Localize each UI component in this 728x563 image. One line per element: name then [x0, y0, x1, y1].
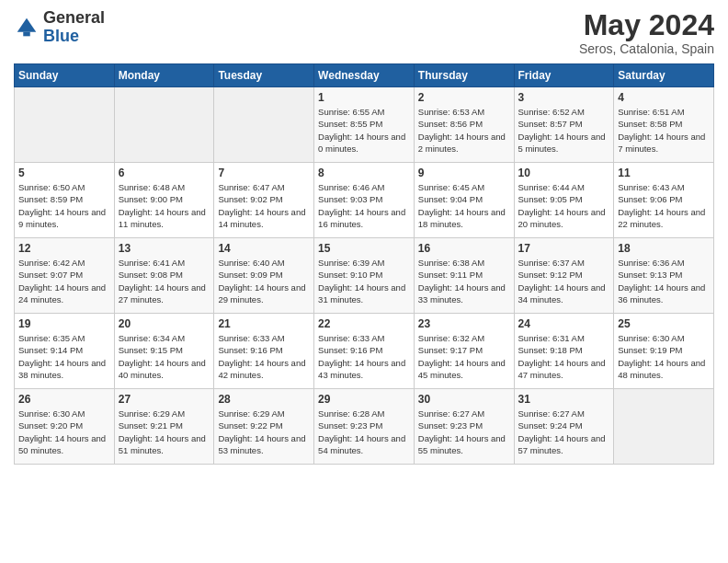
day-number: 6 [119, 167, 210, 179]
logo-icon [14, 15, 40, 40]
day-number: 20 [119, 317, 210, 330]
day-info: Sunrise: 6:34 AMSunset: 9:15 PMDaylight:… [119, 332, 210, 381]
svg-rect-1 [23, 31, 29, 36]
day-info: Sunrise: 6:55 AMSunset: 8:55 PMDaylight:… [318, 106, 410, 155]
day-number: 1 [318, 91, 410, 104]
calendar-cell: 14Sunrise: 6:40 AMSunset: 9:09 PMDayligh… [214, 238, 314, 314]
calendar-cell: 19Sunrise: 6:35 AMSunset: 9:14 PMDayligh… [15, 314, 115, 389]
col-saturday: Saturday [614, 64, 714, 87]
calendar-cell: 13Sunrise: 6:41 AMSunset: 9:08 PMDayligh… [114, 238, 214, 314]
day-info: Sunrise: 6:43 AMSunset: 9:06 PMDaylight:… [618, 181, 710, 230]
calendar-cell: 17Sunrise: 6:37 AMSunset: 9:12 PMDayligh… [514, 238, 614, 314]
day-number: 30 [418, 393, 510, 406]
day-number: 10 [518, 167, 610, 179]
calendar-cell: 4Sunrise: 6:51 AMSunset: 8:58 PMDaylight… [614, 87, 714, 163]
day-number: 12 [18, 242, 110, 255]
logo-text: General Blue [43, 9, 105, 46]
day-info: Sunrise: 6:53 AMSunset: 8:56 PMDaylight:… [418, 106, 510, 155]
day-number: 3 [518, 91, 610, 104]
calendar-week-5: 26Sunrise: 6:30 AMSunset: 9:20 PMDayligh… [15, 389, 714, 465]
calendar-cell [214, 87, 314, 163]
svg-marker-0 [17, 18, 37, 32]
day-number: 2 [418, 91, 510, 104]
page: General Blue May 2024 Seros, Catalonia, … [0, 0, 728, 563]
day-number: 26 [18, 393, 110, 406]
day-number: 8 [318, 167, 410, 179]
day-info: Sunrise: 6:36 AMSunset: 9:13 PMDaylight:… [618, 257, 710, 305]
header: General Blue May 2024 Seros, Catalonia, … [14, 9, 714, 56]
day-number: 4 [618, 91, 710, 104]
day-info: Sunrise: 6:27 AMSunset: 9:24 PMDaylight:… [518, 408, 610, 456]
calendar-cell: 15Sunrise: 6:39 AMSunset: 9:10 PMDayligh… [314, 238, 415, 314]
day-number: 23 [418, 317, 510, 330]
col-monday: Monday [114, 64, 214, 87]
calendar-cell: 21Sunrise: 6:33 AMSunset: 9:16 PMDayligh… [214, 314, 314, 389]
location-subtitle: Seros, Catalonia, Spain [579, 41, 714, 56]
logo: General Blue [14, 9, 105, 46]
day-info: Sunrise: 6:31 AMSunset: 9:18 PMDaylight:… [518, 332, 610, 381]
logo-blue: Blue [43, 28, 105, 46]
calendar-table: Sunday Monday Tuesday Wednesday Thursday… [14, 63, 714, 465]
calendar-cell [114, 87, 214, 163]
month-title: May 2024 [579, 9, 714, 41]
col-thursday: Thursday [414, 64, 514, 87]
day-info: Sunrise: 6:40 AMSunset: 9:09 PMDaylight:… [218, 257, 310, 305]
col-wednesday: Wednesday [314, 64, 415, 87]
day-info: Sunrise: 6:50 AMSunset: 8:59 PMDaylight:… [18, 181, 110, 230]
calendar-cell: 6Sunrise: 6:48 AMSunset: 9:00 PMDaylight… [114, 163, 214, 238]
logo-general: General [43, 9, 105, 28]
day-info: Sunrise: 6:29 AMSunset: 9:21 PMDaylight:… [119, 408, 210, 456]
day-info: Sunrise: 6:41 AMSunset: 9:08 PMDaylight:… [119, 257, 210, 305]
day-number: 24 [518, 317, 610, 330]
calendar-cell: 28Sunrise: 6:29 AMSunset: 9:22 PMDayligh… [214, 389, 314, 465]
day-info: Sunrise: 6:30 AMSunset: 9:20 PMDaylight:… [18, 408, 110, 456]
calendar-cell: 3Sunrise: 6:52 AMSunset: 8:57 PMDaylight… [514, 87, 614, 163]
calendar-cell: 25Sunrise: 6:30 AMSunset: 9:19 PMDayligh… [614, 314, 714, 389]
calendar-cell: 9Sunrise: 6:45 AMSunset: 9:04 PMDaylight… [414, 163, 514, 238]
calendar-cell: 23Sunrise: 6:32 AMSunset: 9:17 PMDayligh… [414, 314, 514, 389]
calendar-cell: 1Sunrise: 6:55 AMSunset: 8:55 PMDaylight… [314, 87, 415, 163]
calendar-cell [15, 87, 115, 163]
calendar-cell: 22Sunrise: 6:33 AMSunset: 9:16 PMDayligh… [314, 314, 415, 389]
day-number: 16 [418, 242, 510, 255]
day-number: 9 [418, 167, 510, 179]
day-info: Sunrise: 6:37 AMSunset: 9:12 PMDaylight:… [518, 257, 610, 305]
day-number: 25 [618, 317, 710, 330]
calendar-week-1: 1Sunrise: 6:55 AMSunset: 8:55 PMDaylight… [15, 87, 714, 163]
day-number: 14 [218, 242, 310, 255]
day-info: Sunrise: 6:51 AMSunset: 8:58 PMDaylight:… [618, 106, 710, 155]
day-info: Sunrise: 6:30 AMSunset: 9:19 PMDaylight:… [618, 332, 710, 381]
calendar-cell: 30Sunrise: 6:27 AMSunset: 9:23 PMDayligh… [414, 389, 514, 465]
day-info: Sunrise: 6:27 AMSunset: 9:23 PMDaylight:… [418, 408, 510, 456]
calendar-cell: 27Sunrise: 6:29 AMSunset: 9:21 PMDayligh… [114, 389, 214, 465]
calendar-cell [614, 389, 714, 465]
day-info: Sunrise: 6:28 AMSunset: 9:23 PMDaylight:… [318, 408, 410, 456]
calendar-cell: 24Sunrise: 6:31 AMSunset: 9:18 PMDayligh… [514, 314, 614, 389]
day-number: 22 [318, 317, 410, 330]
calendar-cell: 10Sunrise: 6:44 AMSunset: 9:05 PMDayligh… [514, 163, 614, 238]
calendar-cell: 7Sunrise: 6:47 AMSunset: 9:02 PMDaylight… [214, 163, 314, 238]
day-info: Sunrise: 6:42 AMSunset: 9:07 PMDaylight:… [18, 257, 110, 305]
day-info: Sunrise: 6:33 AMSunset: 9:16 PMDaylight:… [218, 332, 310, 381]
title-block: May 2024 Seros, Catalonia, Spain [579, 9, 714, 56]
day-number: 13 [119, 242, 210, 255]
day-number: 5 [18, 167, 110, 179]
day-info: Sunrise: 6:35 AMSunset: 9:14 PMDaylight:… [18, 332, 110, 381]
day-info: Sunrise: 6:44 AMSunset: 9:05 PMDaylight:… [518, 181, 610, 230]
header-row: Sunday Monday Tuesday Wednesday Thursday… [15, 64, 714, 87]
calendar-week-2: 5Sunrise: 6:50 AMSunset: 8:59 PMDaylight… [15, 163, 714, 238]
day-info: Sunrise: 6:38 AMSunset: 9:11 PMDaylight:… [418, 257, 510, 305]
calendar-cell: 8Sunrise: 6:46 AMSunset: 9:03 PMDaylight… [314, 163, 415, 238]
day-number: 27 [119, 393, 210, 406]
day-info: Sunrise: 6:47 AMSunset: 9:02 PMDaylight:… [218, 181, 310, 230]
day-info: Sunrise: 6:33 AMSunset: 9:16 PMDaylight:… [318, 332, 410, 381]
day-info: Sunrise: 6:48 AMSunset: 9:00 PMDaylight:… [119, 181, 210, 230]
day-number: 15 [318, 242, 410, 255]
calendar-cell: 2Sunrise: 6:53 AMSunset: 8:56 PMDaylight… [414, 87, 514, 163]
day-info: Sunrise: 6:32 AMSunset: 9:17 PMDaylight:… [418, 332, 510, 381]
day-info: Sunrise: 6:29 AMSunset: 9:22 PMDaylight:… [218, 408, 310, 456]
day-number: 21 [218, 317, 310, 330]
calendar-cell: 31Sunrise: 6:27 AMSunset: 9:24 PMDayligh… [514, 389, 614, 465]
day-info: Sunrise: 6:46 AMSunset: 9:03 PMDaylight:… [318, 181, 410, 230]
day-info: Sunrise: 6:52 AMSunset: 8:57 PMDaylight:… [518, 106, 610, 155]
